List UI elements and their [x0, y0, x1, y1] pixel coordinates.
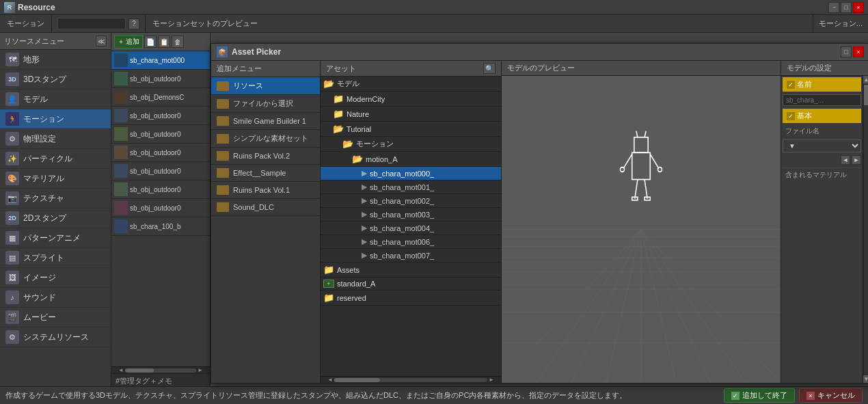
tree-item-mot002[interactable]: ▶ sb_chara_mot002_	[321, 194, 501, 208]
ruins2-menu-icon	[217, 151, 229, 161]
delete-button[interactable]: 🗑	[172, 36, 184, 48]
sidebar-item-movie[interactable]: 🎬 ムービー	[0, 308, 111, 327]
resource-item-10[interactable]: sb_chara_100_b	[111, 217, 210, 236]
add-menu-item-ruins2[interactable]: Ruins Pack Vol.2	[211, 148, 320, 165]
resource-item-1[interactable]: sb_chara_mot000	[111, 51, 210, 70]
minimize-button[interactable]: －	[828, 2, 839, 13]
search-help-button[interactable]: ?	[128, 18, 139, 29]
preview-panel-tab[interactable]: モーションセットのプレビュー	[146, 15, 813, 32]
asset-tree: 📂 モデル 📁 ModernCity 📁 Nature 📂 Tutorial	[321, 77, 501, 376]
add-menu-item-fromfile[interactable]: ファイルから選択	[211, 95, 320, 113]
resource-horizontal-scroll[interactable]: ◄ ►	[111, 366, 210, 373]
scrollbar-down-button[interactable]: ▼	[863, 375, 869, 383]
sidebar-item-terrain[interactable]: 🗺 地形	[0, 50, 111, 70]
sidebar-item-texture[interactable]: 📷 テクスチャ	[0, 189, 111, 208]
tree-scroll-left[interactable]: ◄	[327, 377, 333, 383]
tree-item-mot000[interactable]: ▶ sb_chara_mot000_	[321, 167, 501, 180]
add-menu-item-sound[interactable]: Sound_DLC	[211, 199, 320, 216]
scrollbar-up-button[interactable]: ▲	[863, 76, 869, 84]
asset-picker-maximize-button[interactable]: □	[841, 46, 852, 57]
add-menu-item-effectsample[interactable]: Effect__Sample	[211, 165, 320, 182]
model-materials-label: 含まれるマテリアル	[785, 171, 847, 178]
tree-item-model-root[interactable]: 📂 モデル	[321, 77, 501, 92]
sidebar-item-particle-label: パーティクル	[23, 153, 72, 165]
resource-item-5[interactable]: sb_obj_outdoor0	[111, 125, 210, 144]
search-input[interactable]	[57, 18, 126, 29]
resource-thumbnail-5	[114, 127, 128, 141]
sidebar-item-label: 地形	[23, 54, 40, 66]
tree-scroll-right[interactable]: ►	[489, 377, 494, 383]
asset-picker-title-text: Asset Picker	[232, 47, 841, 57]
model-name-input[interactable]	[783, 94, 861, 106]
resource-menu-icon	[217, 81, 229, 91]
sidebar-item-patanim[interactable]: ▦ パターンアニメ	[0, 228, 111, 248]
model-basic-section: ✓ 基本	[783, 109, 861, 123]
sidebar-item-patanim-label: パターンアニメ	[23, 232, 81, 244]
tree-item-assets[interactable]: 📁 Assets	[321, 262, 501, 278]
add-menu-header: 追加メニュー	[211, 61, 320, 77]
tree-motion-label: モーション	[356, 139, 394, 149]
model-filename-select[interactable]: ▼	[783, 139, 861, 152]
resource-item-label-4: sb_obj_outdoor0	[130, 112, 181, 120]
resource-item-9[interactable]: sb_obj_outdoor0	[111, 199, 210, 217]
sidebar-item-image[interactable]: 🖼 イメージ	[0, 268, 111, 288]
sidebar-item-physics[interactable]: ⚙ 物理設定	[0, 129, 111, 149]
asset-picker-close-button[interactable]: ×	[853, 46, 864, 57]
sidebar-item-material[interactable]: 🎨 マテリアル	[0, 169, 111, 189]
new-file-button[interactable]: 📄	[144, 36, 157, 48]
copy-button[interactable]: 📋	[158, 36, 170, 48]
add-resource-button[interactable]: ＋ 追加	[114, 35, 143, 49]
sidebar-item-sysres[interactable]: ⚙ システムリソース	[0, 327, 111, 347]
sidebar-item-motion[interactable]: 🏃 モーション	[0, 109, 111, 129]
tree-item-motion-a[interactable]: 📂 motion_A	[321, 152, 501, 167]
close-button[interactable]: ×	[853, 2, 864, 13]
resource-item-4[interactable]: sb_obj_outdoor0	[111, 107, 210, 125]
scroll-right-arrow[interactable]: ►	[198, 367, 203, 373]
resource-item-2[interactable]: sb_obj_outdoor0	[111, 70, 210, 88]
tree-item-mot003[interactable]: ▶ sb_chara_mot003_	[321, 208, 501, 221]
maximize-button[interactable]: □	[841, 2, 852, 13]
motion-extra-tab[interactable]: モーション...	[813, 15, 868, 32]
tree-item-motion[interactable]: 📂 モーション	[321, 137, 501, 152]
sidebar-item-3dstamp[interactable]: 3D 3Dスタンプ	[0, 70, 111, 90]
asset-tree-scroll[interactable]: ◄ ►	[321, 376, 501, 383]
tree-item-reserved[interactable]: 📁 reserved	[321, 291, 501, 306]
tree-nature-label: Nature	[347, 110, 369, 118]
motion-panel-tab[interactable]: モーション	[0, 15, 52, 32]
resource-item-8[interactable]: sb_obj_outdoor0	[111, 180, 210, 199]
sidebar-header: リソースメニュー ≪	[0, 33, 111, 50]
add-menu-item-ruins1[interactable]: Ruins Pack Vol.1	[211, 182, 320, 199]
tree-item-standard-a[interactable]: + standard_A	[321, 278, 501, 291]
add-menu-item-resource[interactable]: リソース	[211, 77, 320, 95]
asset-picker-title-bar: 📦 Asset Picker □ ×	[211, 44, 868, 61]
add-menu-item-sgb1[interactable]: Smile Game Builder 1	[211, 113, 320, 130]
scroll-left-arrow[interactable]: ◄	[118, 367, 124, 373]
asset-search-button[interactable]: 🔍	[483, 63, 496, 74]
model-settings-scrollbar[interactable]: ▲ ▼	[863, 76, 868, 383]
add-menu-item-simple[interactable]: シンプルな素材セット	[211, 130, 320, 148]
scroll-track	[125, 368, 196, 373]
sidebar-item-2dstamp[interactable]: 2D 2Dスタンプ	[0, 208, 111, 228]
tree-item-tutorial[interactable]: 📂 Tutorial	[321, 122, 501, 137]
tree-item-mot006[interactable]: ▶ sb_chara_mot006_	[321, 235, 501, 249]
scroll-down-button[interactable]: ►	[852, 155, 861, 165]
confirm-button[interactable]: ✓ 追加して終了	[724, 388, 795, 403]
sidebar-item-sprite[interactable]: ▤ スプライト	[0, 248, 111, 268]
sidebar-collapse-button[interactable]: ≪	[96, 36, 107, 46]
tree-item-mot004[interactable]: ▶ sb_chara_mot004_	[321, 221, 501, 235]
sidebar-item-sound[interactable]: ♪ サウンド	[0, 288, 111, 308]
sidebar-item-particle[interactable]: ✨ パーティクル	[0, 149, 111, 169]
check-icon-name: ✓	[787, 81, 795, 89]
resource-item-3[interactable]: sb_obj_DemonsC	[111, 88, 210, 107]
tree-item-nature[interactable]: 📁 Nature	[321, 107, 501, 122]
tree-item-mot007[interactable]: ▶ sb_chara_mot007_	[321, 249, 501, 262]
sidebar-item-model[interactable]: 👤 モデル	[0, 90, 111, 109]
resource-item-6[interactable]: sb_obj_outdoor0	[111, 144, 210, 162]
tree-item-modern-city[interactable]: 📁 ModernCity	[321, 92, 501, 107]
resource-item-7[interactable]: sb_obj_outdoor0	[111, 162, 210, 180]
sidebar-item-image-label: イメージ	[23, 272, 56, 284]
cancel-button[interactable]: × キャンセル	[799, 388, 863, 403]
tree-item-mot001[interactable]: ▶ sb_chara_mot001_	[321, 180, 501, 194]
scroll-up-button[interactable]: ◄	[841, 155, 850, 165]
folder-closed-icon-modern: 📁	[333, 94, 344, 104]
